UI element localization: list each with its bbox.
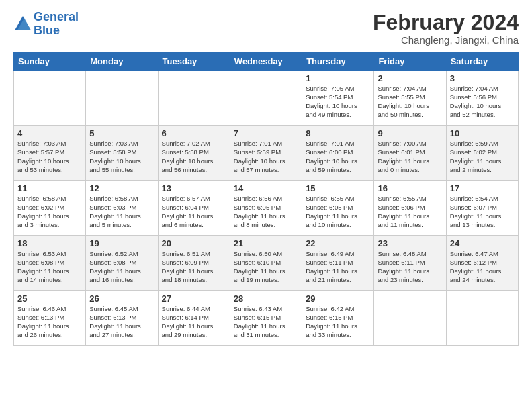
day-number: 8 [306, 128, 370, 138]
logo-line2: Blue [34, 24, 60, 37]
calendar-cell: 14Sunrise: 6:56 AM Sunset: 6:05 PM Dayli… [230, 181, 302, 236]
day-number: 11 [17, 183, 82, 193]
calendar-week-3: 11Sunrise: 6:58 AM Sunset: 6:02 PM Dayli… [14, 181, 519, 236]
calendar-cell [230, 71, 302, 126]
day-number: 16 [378, 183, 442, 193]
logo: General Blue [13, 11, 79, 38]
calendar-cell: 12Sunrise: 6:58 AM Sunset: 6:03 PM Dayli… [86, 181, 158, 236]
logo-line1: General [34, 10, 79, 24]
page: General Blue February 2024 Changleng, Ji… [0, 0, 532, 411]
day-info: Sunrise: 7:03 AM Sunset: 5:58 PM Dayligh… [89, 140, 154, 174]
day-info: Sunrise: 7:03 AM Sunset: 5:57 PM Dayligh… [17, 140, 82, 174]
day-number: 13 [162, 183, 226, 193]
day-info: Sunrise: 6:52 AM Sunset: 6:08 PM Dayligh… [89, 250, 154, 284]
col-header-thursday: Thursday [302, 53, 374, 71]
day-number: 27 [162, 293, 226, 304]
calendar-cell: 4Sunrise: 7:03 AM Sunset: 5:57 PM Daylig… [14, 126, 86, 181]
day-number: 19 [89, 238, 154, 248]
calendar-cell: 8Sunrise: 7:01 AM Sunset: 6:00 PM Daylig… [302, 126, 374, 181]
day-number: 14 [234, 183, 298, 193]
day-info: Sunrise: 6:59 AM Sunset: 6:02 PM Dayligh… [450, 140, 515, 174]
calendar-cell: 21Sunrise: 6:50 AM Sunset: 6:10 PM Dayli… [230, 236, 302, 291]
calendar-cell: 29Sunrise: 6:42 AM Sunset: 6:15 PM Dayli… [302, 291, 374, 346]
day-info: Sunrise: 7:00 AM Sunset: 6:01 PM Dayligh… [378, 140, 442, 174]
calendar-cell: 10Sunrise: 6:59 AM Sunset: 6:02 PM Dayli… [446, 126, 518, 181]
day-number: 25 [17, 293, 82, 304]
location-subtitle: Changleng, Jiangxi, China [373, 34, 519, 46]
day-info: Sunrise: 6:43 AM Sunset: 6:15 PM Dayligh… [234, 305, 298, 339]
calendar-cell: 7Sunrise: 7:01 AM Sunset: 5:59 PM Daylig… [230, 126, 302, 181]
day-number: 3 [450, 73, 515, 83]
day-info: Sunrise: 7:01 AM Sunset: 5:59 PM Dayligh… [234, 140, 298, 174]
calendar-cell: 25Sunrise: 6:46 AM Sunset: 6:13 PM Dayli… [14, 291, 86, 346]
day-number: 7 [234, 128, 298, 138]
calendar-cell: 28Sunrise: 6:43 AM Sunset: 6:15 PM Dayli… [230, 291, 302, 346]
calendar-week-5: 25Sunrise: 6:46 AM Sunset: 6:13 PM Dayli… [14, 291, 519, 346]
day-number: 24 [450, 238, 515, 248]
calendar-header-row: SundayMondayTuesdayWednesdayThursdayFrid… [14, 53, 519, 71]
calendar-cell: 5Sunrise: 7:03 AM Sunset: 5:58 PM Daylig… [86, 126, 158, 181]
day-number: 28 [234, 293, 298, 304]
day-info: Sunrise: 6:51 AM Sunset: 6:09 PM Dayligh… [162, 250, 226, 284]
day-number: 10 [450, 128, 515, 138]
col-header-saturday: Saturday [446, 53, 518, 71]
day-number: 21 [234, 238, 298, 248]
calendar-week-2: 4Sunrise: 7:03 AM Sunset: 5:57 PM Daylig… [14, 126, 519, 181]
day-info: Sunrise: 7:04 AM Sunset: 5:55 PM Dayligh… [378, 85, 442, 119]
day-info: Sunrise: 6:58 AM Sunset: 6:02 PM Dayligh… [17, 195, 82, 229]
calendar-cell: 6Sunrise: 7:02 AM Sunset: 5:58 PM Daylig… [158, 126, 230, 181]
day-info: Sunrise: 6:55 AM Sunset: 6:06 PM Dayligh… [378, 195, 442, 229]
day-number: 23 [378, 238, 442, 248]
col-header-tuesday: Tuesday [158, 53, 230, 71]
calendar-cell: 9Sunrise: 7:00 AM Sunset: 6:01 PM Daylig… [374, 126, 446, 181]
day-info: Sunrise: 6:47 AM Sunset: 6:12 PM Dayligh… [450, 250, 515, 284]
day-info: Sunrise: 6:42 AM Sunset: 6:15 PM Dayligh… [306, 305, 370, 339]
day-info: Sunrise: 6:56 AM Sunset: 6:05 PM Dayligh… [234, 195, 298, 229]
calendar-cell: 11Sunrise: 6:58 AM Sunset: 6:02 PM Dayli… [14, 181, 86, 236]
calendar-cell: 2Sunrise: 7:04 AM Sunset: 5:55 PM Daylig… [374, 71, 446, 126]
day-info: Sunrise: 6:58 AM Sunset: 6:03 PM Dayligh… [89, 195, 154, 229]
calendar-cell: 22Sunrise: 6:49 AM Sunset: 6:11 PM Dayli… [302, 236, 374, 291]
calendar-cell: 3Sunrise: 7:04 AM Sunset: 5:56 PM Daylig… [446, 71, 518, 126]
day-info: Sunrise: 7:04 AM Sunset: 5:56 PM Dayligh… [450, 85, 515, 119]
calendar-cell: 24Sunrise: 6:47 AM Sunset: 6:12 PM Dayli… [446, 236, 518, 291]
col-header-friday: Friday [374, 53, 446, 71]
calendar-cell [14, 71, 86, 126]
calendar-cell: 27Sunrise: 6:44 AM Sunset: 6:14 PM Dayli… [158, 291, 230, 346]
day-info: Sunrise: 6:55 AM Sunset: 6:05 PM Dayligh… [306, 195, 370, 229]
col-header-monday: Monday [86, 53, 158, 71]
day-number: 4 [17, 128, 82, 138]
logo-icon [15, 16, 31, 30]
calendar-cell [86, 71, 158, 126]
day-info: Sunrise: 7:05 AM Sunset: 5:54 PM Dayligh… [306, 85, 370, 119]
logo-text: General Blue [34, 11, 79, 38]
calendar-table: SundayMondayTuesdayWednesdayThursdayFrid… [13, 52, 519, 346]
day-info: Sunrise: 7:01 AM Sunset: 6:00 PM Dayligh… [306, 140, 370, 174]
day-number: 5 [89, 128, 154, 138]
day-number: 20 [162, 238, 226, 248]
day-number: 17 [450, 183, 515, 193]
calendar-cell: 16Sunrise: 6:55 AM Sunset: 6:06 PM Dayli… [374, 181, 446, 236]
month-title: February 2024 [373, 11, 519, 34]
col-header-wednesday: Wednesday [230, 53, 302, 71]
calendar-cell [446, 291, 518, 346]
calendar-cell: 26Sunrise: 6:45 AM Sunset: 6:13 PM Dayli… [86, 291, 158, 346]
day-info: Sunrise: 6:57 AM Sunset: 6:04 PM Dayligh… [162, 195, 226, 229]
day-number: 26 [89, 293, 154, 304]
calendar-cell [158, 71, 230, 126]
title-block: February 2024 Changleng, Jiangxi, China [373, 11, 519, 46]
day-info: Sunrise: 7:02 AM Sunset: 5:58 PM Dayligh… [162, 140, 226, 174]
calendar-cell: 18Sunrise: 6:53 AM Sunset: 6:08 PM Dayli… [14, 236, 86, 291]
day-info: Sunrise: 6:46 AM Sunset: 6:13 PM Dayligh… [17, 305, 82, 339]
calendar-cell: 15Sunrise: 6:55 AM Sunset: 6:05 PM Dayli… [302, 181, 374, 236]
calendar-cell: 20Sunrise: 6:51 AM Sunset: 6:09 PM Dayli… [158, 236, 230, 291]
day-info: Sunrise: 6:44 AM Sunset: 6:14 PM Dayligh… [162, 305, 226, 339]
calendar-cell: 17Sunrise: 6:54 AM Sunset: 6:07 PM Dayli… [446, 181, 518, 236]
day-info: Sunrise: 6:53 AM Sunset: 6:08 PM Dayligh… [17, 250, 82, 284]
day-number: 18 [17, 238, 82, 248]
day-number: 1 [306, 73, 370, 83]
day-number: 29 [306, 293, 370, 304]
calendar-week-1: 1Sunrise: 7:05 AM Sunset: 5:54 PM Daylig… [14, 71, 519, 126]
calendar-cell: 19Sunrise: 6:52 AM Sunset: 6:08 PM Dayli… [86, 236, 158, 291]
calendar-cell: 1Sunrise: 7:05 AM Sunset: 5:54 PM Daylig… [302, 71, 374, 126]
